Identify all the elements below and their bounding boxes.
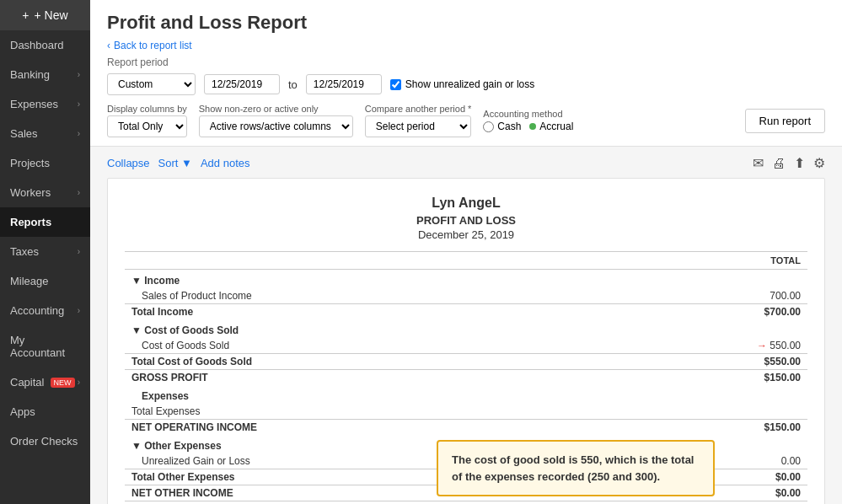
method-options: Cash Accrual (483, 121, 573, 132)
unrealized-checkbox[interactable]: Show unrealized gain or loss (390, 78, 534, 90)
chevron-right-icon: › (78, 378, 80, 387)
table-row: NET INCOME $150.00 (125, 501, 807, 505)
arrow-icon: → (757, 340, 770, 351)
sidebar-item-label: Expenses (10, 98, 58, 110)
print-icon[interactable]: 🖨 (772, 156, 786, 171)
sidebar-item-order-checks[interactable]: Order Checks (0, 426, 90, 456)
chevron-right-icon: › (78, 99, 80, 109)
row-label: Sales of Product Income (125, 288, 609, 304)
tooltip-text: The cost of good sold is 550, which is t… (452, 453, 694, 483)
sidebar-item-mileage[interactable]: Mileage (0, 266, 90, 296)
row-value: $150.00 (609, 370, 807, 386)
sidebar-item-label: Apps (10, 405, 35, 418)
sidebar-item-taxes[interactable]: Taxes › (0, 237, 90, 266)
row-label: Cost of Goods Sold (125, 338, 609, 354)
sidebar-item-label: Dashboard (10, 39, 64, 51)
main-content: Profit and Loss Report ‹ Back to report … (90, 0, 842, 504)
row-label: Total Income (125, 304, 609, 320)
sidebar-item-label: Mileage (10, 275, 49, 287)
report-card: Lyn AngeL PROFIT AND LOSS December 25, 2… (107, 178, 825, 504)
sidebar-item-label: Accounting (10, 304, 64, 317)
chevron-right-icon: › (78, 247, 80, 256)
settings-icon[interactable]: ⚙ (813, 155, 825, 171)
show-nonzero-select[interactable]: Active rows/active columns (199, 115, 353, 137)
date-from-input[interactable] (204, 74, 280, 94)
export-icon[interactable]: ⬆ (794, 155, 805, 171)
sidebar-item-sales[interactable]: Sales › (0, 119, 90, 148)
table-row: Total Cost of Goods Sold $550.00 (125, 354, 807, 370)
cash-radio[interactable] (483, 121, 494, 132)
table-row: Total Expenses (125, 404, 807, 420)
table-row: Total Income $700.00 (125, 304, 807, 320)
row-label: ▼ Cost of Goods Sold (125, 319, 609, 338)
run-report-button[interactable]: Run report (745, 109, 825, 133)
sidebar-item-label: Capital (10, 376, 44, 389)
row-value: $150.00 (609, 420, 807, 436)
sidebar-item-label: Sales (10, 127, 38, 140)
table-row: ▼ Income (125, 270, 807, 289)
new-badge: NEW (51, 378, 75, 388)
new-button-label: + New (35, 8, 68, 22)
accrual-dot-icon (529, 123, 536, 130)
accounting-method-group: Accounting method Cash Accrual (483, 109, 573, 132)
sidebar-item-label: Taxes (10, 245, 39, 258)
chevron-left-icon: ‹ (107, 40, 110, 51)
period-type-select[interactable]: Custom This Month This Quarter This Year (107, 73, 196, 95)
display-columns-select[interactable]: Total Only (107, 115, 187, 137)
sidebar-item-banking[interactable]: Banking › (0, 60, 90, 89)
sidebar-item-apps[interactable]: Apps (0, 397, 90, 426)
controls-row-2: Display columns by Total Only Show non-z… (107, 104, 825, 137)
company-name: Lyn AngeL (125, 196, 807, 211)
show-nonzero-group: Show non-zero or active only Active rows… (199, 104, 353, 137)
cash-method-label[interactable]: Cash (483, 121, 521, 132)
date-to-input[interactable] (306, 74, 382, 94)
row-value: $550.00 (609, 354, 807, 370)
sidebar: + + New Dashboard Banking › Expenses › S… (0, 0, 90, 504)
compare-period-group: Compare another period * Select period (365, 104, 472, 137)
sidebar-item-projects[interactable]: Projects (0, 148, 90, 178)
compare-period-select[interactable]: Select period (365, 115, 472, 137)
collapse-button[interactable]: Collapse (107, 157, 150, 169)
total-header: TOTAL (609, 252, 807, 270)
add-notes-button[interactable]: Add notes (201, 157, 250, 169)
unrealized-check[interactable] (390, 79, 401, 90)
report-date: December 25, 2019 (125, 228, 807, 241)
row-value: $700.00 (609, 304, 807, 320)
sidebar-item-label: Projects (10, 157, 50, 169)
sidebar-item-my-accountant[interactable]: My Accountant (0, 325, 90, 367)
chevron-right-icon: › (78, 306, 80, 315)
sidebar-item-dashboard[interactable]: Dashboard (0, 30, 90, 60)
to-label: to (288, 78, 298, 91)
sidebar-item-accounting[interactable]: Accounting › (0, 296, 90, 325)
report-name: PROFIT AND LOSS (125, 214, 807, 227)
chevron-right-icon: › (78, 129, 80, 138)
sidebar-item-reports[interactable]: Reports (0, 207, 90, 237)
report-toolbar: Collapse Sort ▼ Add notes ✉ 🖨 ⬆ ⚙ (107, 147, 825, 178)
new-button[interactable]: + + New (0, 0, 90, 30)
sidebar-item-workers[interactable]: Workers › (0, 178, 90, 207)
chevron-right-icon: › (78, 70, 80, 79)
table-row: NET OPERATING INCOME $150.00 (125, 420, 807, 436)
sidebar-item-label: Reports (10, 216, 51, 228)
row-label: Total Expenses (125, 404, 609, 420)
email-icon[interactable]: ✉ (753, 155, 764, 171)
page-header: Profit and Loss Report ‹ Back to report … (90, 0, 842, 147)
report-area: Collapse Sort ▼ Add notes ✉ 🖨 ⬆ ⚙ Lyn An… (90, 147, 842, 504)
table-row: Sales of Product Income 700.00 (125, 288, 807, 304)
back-link[interactable]: ‹ Back to report list (107, 40, 192, 51)
sort-button[interactable]: Sort ▼ (158, 157, 192, 169)
page-title: Profit and Loss Report (107, 12, 825, 34)
sidebar-item-label: Banking (10, 68, 50, 81)
sidebar-item-label: My Accountant (10, 334, 80, 359)
row-label: Expenses (125, 385, 609, 404)
row-value (609, 404, 807, 420)
table-row: GROSS PROFIT $150.00 (125, 370, 807, 386)
sidebar-item-expenses[interactable]: Expenses › (0, 89, 90, 119)
row-label: NET OPERATING INCOME (125, 420, 609, 436)
chevron-right-icon: › (78, 188, 80, 197)
sidebar-item-label: Workers (10, 186, 51, 199)
row-value: 700.00 (609, 288, 807, 304)
accrual-method-label[interactable]: Accrual (529, 121, 573, 132)
sidebar-item-label: Order Checks (10, 435, 78, 448)
sidebar-item-capital[interactable]: Capital NEW › (0, 367, 90, 397)
